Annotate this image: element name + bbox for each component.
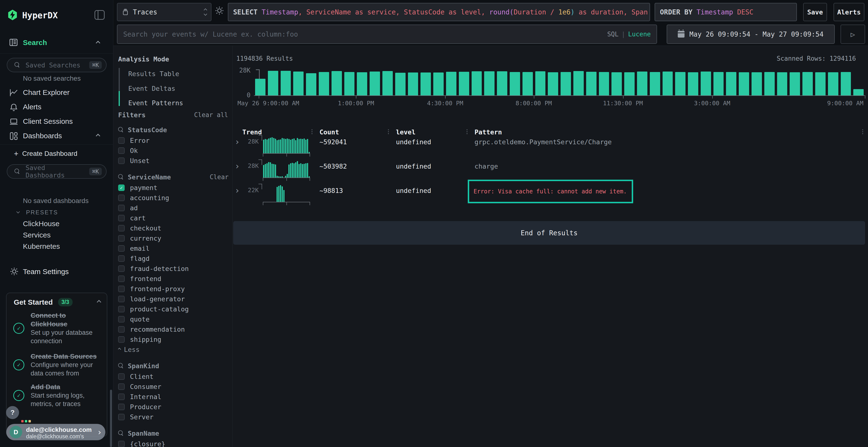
checkbox[interactable] <box>118 404 125 410</box>
chevron-up-icon[interactable] <box>96 134 100 138</box>
sql-select-editor[interactable]: SELECT Timestamp, ServiceName as service… <box>228 3 650 21</box>
chevron-up-icon[interactable] <box>96 41 100 45</box>
checkbox[interactable] <box>118 184 125 191</box>
expand-row-icon[interactable]: › <box>235 185 240 195</box>
checkbox[interactable] <box>118 205 125 211</box>
filter-option[interactable]: Server <box>118 412 228 422</box>
expand-row-icon[interactable]: › <box>235 137 240 147</box>
table-row[interactable]: ›22K~98813undefinedError: Visa cache ful… <box>233 183 868 208</box>
filter-option[interactable]: Consumer <box>118 381 228 391</box>
sql-mode-toggle[interactable]: SQL <box>607 31 618 38</box>
filter-option[interactable]: payment <box>118 182 228 193</box>
checkbox[interactable] <box>118 255 125 262</box>
filter-option[interactable]: Ok <box>118 145 228 156</box>
filter-option[interactable]: checkout <box>118 223 228 233</box>
filter-option[interactable]: Unset <box>118 156 228 166</box>
column-menu-icon[interactable] <box>311 129 312 134</box>
checkbox[interactable] <box>118 225 125 232</box>
filter-option[interactable]: accounting <box>118 193 228 203</box>
checkbox[interactable] <box>118 147 125 154</box>
clear-filter-link[interactable]: Clear <box>210 173 228 181</box>
filter-option[interactable]: cart <box>118 213 228 223</box>
filter-option[interactable]: flagd <box>118 253 228 264</box>
filter-option[interactable]: Producer <box>118 402 228 412</box>
filter-option[interactable]: {closure} <box>118 439 228 447</box>
chevron-up-icon[interactable] <box>97 300 101 304</box>
get-started-item[interactable]: ✓ Create Data Sources Configure where yo… <box>13 352 102 378</box>
sidebar-item-dashboards[interactable]: Dashboards <box>23 132 62 140</box>
sidebar-item-team-settings[interactable]: Team Settings <box>23 268 69 276</box>
saved-searches-input[interactable]: Saved Searches ⌘K <box>7 58 106 72</box>
create-dashboard-button[interactable]: + Create Dashboard <box>14 149 78 158</box>
checkbox[interactable] <box>118 265 125 272</box>
sidebar-item-alerts[interactable]: Alerts <box>23 103 41 111</box>
checkbox[interactable] <box>118 383 125 390</box>
checkbox[interactable] <box>118 306 125 312</box>
checkbox[interactable] <box>118 137 125 144</box>
table-row[interactable]: ›28K~592041undefinedgrpc.oteldemo.Paymen… <box>233 135 868 159</box>
filter-option[interactable]: currency <box>118 233 228 243</box>
get-started-item[interactable]: ✓ Add Data Start sending logs, metrics, … <box>13 383 102 408</box>
checkbox[interactable] <box>118 414 125 420</box>
checkbox[interactable] <box>118 393 125 400</box>
checkbox[interactable] <box>118 215 125 221</box>
order-by-editor[interactable]: ORDER BY Timestamp DESC <box>655 3 797 21</box>
filter-option[interactable]: shipping <box>118 334 228 344</box>
checkbox[interactable] <box>118 286 125 292</box>
filter-option[interactable]: Client <box>118 371 228 381</box>
preset-clickhouse[interactable]: ClickHouse <box>23 220 60 228</box>
checkbox[interactable] <box>118 441 125 447</box>
chevron-down-icon[interactable] <box>17 210 20 213</box>
clear-all-filters-link[interactable]: Clear all <box>194 111 228 119</box>
preset-kubernetes[interactable]: Kubernetes <box>23 242 60 250</box>
filter-option[interactable]: Error <box>118 135 228 145</box>
user-account-button[interactable]: D dale@clickhouse.com dale@clickhouse.co… <box>6 424 105 440</box>
save-button[interactable]: Save <box>803 3 827 21</box>
sidebar-item-chart-explorer[interactable]: Chart Explorer <box>23 89 69 97</box>
filter-option[interactable]: fraud-detection <box>118 264 228 274</box>
run-query-button[interactable]: ▷ <box>840 25 865 44</box>
filter-option[interactable]: frontend <box>118 274 228 284</box>
preset-services[interactable]: Services <box>23 231 51 239</box>
filter-option[interactable]: recommendation <box>118 324 228 334</box>
presets-section-label[interactable]: PRESETS <box>26 209 58 216</box>
lucene-mode-toggle[interactable]: Lucene <box>628 31 651 38</box>
alerts-button[interactable]: Alerts <box>834 3 864 21</box>
column-menu-icon[interactable] <box>388 129 389 134</box>
filter-option[interactable]: email <box>118 243 228 253</box>
search-input[interactable] <box>123 30 602 38</box>
collapse-sidebar-icon[interactable] <box>94 10 105 20</box>
sidebar-item-search[interactable]: Search <box>23 38 47 47</box>
column-menu-icon[interactable] <box>467 129 467 134</box>
sidebar-scrollbar[interactable] <box>110 390 112 447</box>
show-less-toggle[interactable]: Less <box>118 344 228 354</box>
mode-event-deltas[interactable]: Event Deltas <box>128 84 175 93</box>
checkbox[interactable] <box>118 316 125 322</box>
saved-dashboards-input[interactable]: Saved Dashboards ⌘K <box>7 164 106 179</box>
checkbox[interactable] <box>118 195 125 201</box>
mode-results-table[interactable]: Results Table <box>128 70 179 78</box>
table-menu-icon[interactable] <box>862 129 863 134</box>
filter-option[interactable]: Internal <box>118 391 228 402</box>
checkbox[interactable] <box>118 276 125 282</box>
checkbox[interactable] <box>118 235 125 242</box>
help-button[interactable]: ? <box>6 406 19 419</box>
checkbox[interactable] <box>118 373 125 380</box>
filter-option[interactable]: load-generator <box>118 294 228 304</box>
mode-event-patterns[interactable]: Event Patterns <box>128 99 183 107</box>
gear-icon[interactable] <box>215 6 224 15</box>
date-range-picker[interactable]: May 26 09:09:54 - May 27 09:09:54 <box>667 25 835 44</box>
filter-option[interactable]: frontend-proxy <box>118 284 228 294</box>
filter-option[interactable]: ad <box>118 203 228 213</box>
checkbox[interactable] <box>118 158 125 164</box>
checkbox[interactable] <box>118 245 125 252</box>
sidebar-item-client-sessions[interactable]: Client Sessions <box>23 117 73 126</box>
filter-option[interactable]: product-catalog <box>118 304 228 314</box>
source-select[interactable]: Traces <box>117 3 212 21</box>
checkbox[interactable] <box>118 296 125 302</box>
expand-row-icon[interactable]: › <box>235 161 240 171</box>
get-started-item[interactable]: ✓ Connect to ClickHouse Set up your data… <box>13 311 102 345</box>
highlighted-pattern[interactable]: Error: Visa cache full: cannot add new i… <box>468 180 633 203</box>
checkbox[interactable] <box>118 326 125 333</box>
filter-option[interactable]: quote <box>118 314 228 324</box>
